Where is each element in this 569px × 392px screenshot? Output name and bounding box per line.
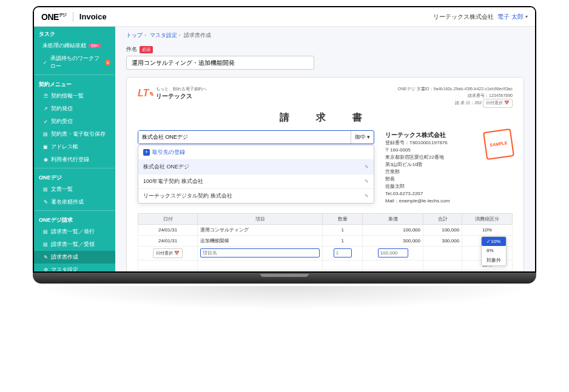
receive-icon: ↙ [42, 119, 49, 125]
calendar-icon: 📅 [504, 100, 510, 107]
sidebar: タスク 未処理の締結依頼99+ ✓承認待ちのワークフロー4 契約メニュー ☰契約… [34, 27, 115, 271]
table-row: 10% [138, 260, 513, 270]
sidebar-section-task: タスク [34, 27, 115, 39]
table-row[interactable]: 24/01/31追加機能開発1300,000300,00010% [138, 235, 513, 246]
issuer-logo: LT✎ もっと、頼れる電子契約へ リーテックス [138, 86, 207, 101]
main-content: トップ› マスタ設定› 請求書作成 件名 必須 LT✎ もっと、頼れる電子契約へ… [115, 27, 535, 271]
col-price: 単価 [363, 213, 423, 224]
col-date: 日付 [138, 213, 198, 224]
issuer-info: SAMPLE リーテックス株式会社 登録番号：T8010001197876〒16… [385, 130, 513, 205]
sidebar-item-pending[interactable]: 未処理の締結依頼99+ [34, 39, 115, 52]
sidebar-item-receive[interactable]: ↙契約受信 [34, 115, 115, 128]
new-row: 日付選択📅 10% [138, 246, 513, 260]
user-icon: ◉ [42, 157, 49, 163]
send-icon: ↗ [42, 106, 49, 112]
calendar-icon: 📅 [174, 251, 180, 256]
client-dropdown: +取引先の登録 株式会社 ONEデジ✎ 100年電子契約 株式会社✎ リーテック… [138, 145, 374, 204]
subject-input[interactable] [126, 56, 314, 70]
dropdown-item[interactable]: 100年電子契約 株式会社✎ [138, 174, 374, 188]
subject-label: 件名 [126, 45, 137, 53]
price-input[interactable] [378, 248, 408, 257]
company-name: リーテックス株式会社 [433, 13, 494, 21]
date-picker-button[interactable]: 日付選択📅 [153, 248, 183, 258]
chevron-down-icon: ▾ [367, 134, 370, 140]
col-item: 項目 [198, 213, 323, 224]
chevron-down-icon[interactable]: ▾ [525, 14, 528, 19]
plus-icon: + [143, 149, 150, 156]
crumb-top[interactable]: トップ [126, 32, 143, 38]
sidebar-item-workflow[interactable]: ✓承認待ちのワークフロー4 [34, 52, 115, 73]
edit-icon[interactable]: ✎ [365, 179, 369, 184]
book-icon: ▣ [42, 144, 49, 150]
table-row[interactable]: 24/01/31運用コンサルティング1100,000100,00010% [138, 224, 513, 235]
col-tax: 消費税区分 [462, 213, 513, 224]
tax-dropdown: ✓10% 8% 対象外 [481, 236, 507, 266]
dropdown-item[interactable]: リーテックスデジタル契約 株式会社✎ [138, 188, 374, 203]
qty-input[interactable] [334, 248, 352, 257]
invoice-document: LT✎ もっと、頼れる電子契約へ リーテックス ONEデジ 文書ID：9a4b1… [126, 77, 524, 271]
sidebar-item-invoice-issue[interactable]: ▤請求書一覧／発行 [34, 225, 115, 238]
doc-icon: ▤ [42, 242, 49, 248]
client-input[interactable] [138, 131, 351, 144]
tax-option-10[interactable]: ✓10% [482, 237, 506, 246]
gear-icon: ⚙ [42, 267, 49, 272]
col-total: 合計 [423, 213, 462, 224]
sidebar-item-sign[interactable]: ✎署名依頼作成 [34, 196, 115, 208]
logo: ONEデジ [41, 12, 67, 22]
user-menu[interactable]: 電子 太郎 [497, 13, 524, 21]
crumb-master[interactable]: マスタ設定 [150, 32, 177, 38]
sidebar-item-save[interactable]: ▤契約書・電子取引保存 [34, 128, 115, 141]
sidebar-item-invoice-create[interactable]: ✎請求書作成 [34, 251, 115, 264]
crumb-current: 請求書作成 [184, 32, 211, 38]
sidebar-item-invoice-receive[interactable]: ▤請求書一覧／受領 [34, 238, 115, 251]
client-select[interactable]: 御中▾ [138, 130, 374, 144]
sidebar-item-proxy[interactable]: ◉利用者代行登録 [34, 153, 115, 166]
tax-option-8[interactable]: 8% [482, 246, 506, 255]
suffix-dropdown[interactable]: 御中▾ [351, 131, 374, 144]
tax-option-none[interactable]: 対象外 [482, 255, 506, 265]
sidebar-section-contract: 契約メニュー [34, 77, 115, 90]
sidebar-item-address[interactable]: ▣アドレス帳 [34, 141, 115, 153]
app-name: Invoice [79, 12, 107, 21]
edit-icon[interactable]: ✎ [365, 164, 369, 170]
item-input[interactable] [200, 248, 320, 257]
badge-count: 4 [105, 59, 110, 65]
sidebar-section-onedeji: ONEデジ [34, 170, 115, 183]
badge-count: 99+ [89, 44, 101, 48]
sidebar-item-doclist[interactable]: ▤文書一覧 [34, 183, 115, 196]
col-qty: 数量 [323, 213, 363, 224]
dropdown-item[interactable]: 株式会社 ONEデジ✎ [138, 159, 374, 174]
edit-icon: ✎ [42, 254, 49, 261]
required-badge: 必須 [140, 46, 153, 53]
doc-icon: ▤ [42, 187, 49, 193]
sidebar-section-invoice: ONEデジ請求 [34, 213, 115, 225]
sidebar-item-master[interactable]: ⚙マスタ設定 [34, 264, 115, 271]
date-picker-button[interactable]: 日付選択📅 [483, 99, 513, 108]
line-items-table: 日付 項目 数量 単価 合計 消費税区分 24/01/31運用コンサルティング1… [138, 213, 513, 270]
pen-icon: ✎ [42, 199, 49, 205]
add-client-button[interactable]: +取引先の登録 [138, 145, 374, 159]
edit-icon[interactable]: ✎ [365, 193, 369, 199]
doc-icon: ▤ [42, 229, 49, 235]
seal-stamp: SAMPLE [483, 128, 514, 160]
list-icon: ☰ [42, 93, 49, 99]
doc-meta: ONEデジ 文書ID：9a4b140c-29ab-43f6-b422-c1eb9… [398, 86, 513, 108]
sidebar-item-contract-list[interactable]: ☰契約情報一覧 [34, 90, 115, 102]
check-icon: ✓ [42, 59, 48, 65]
doc-title: 請 求 書 [138, 111, 513, 124]
file-icon: ▤ [42, 131, 49, 138]
breadcrumb: トップ› マスタ設定› 請求書作成 [126, 32, 524, 39]
sidebar-item-send[interactable]: ↗契約発信 [34, 102, 115, 115]
top-bar: ONEデジ Invoice リーテックス株式会社 電子 太郎 ▾ [34, 7, 535, 27]
